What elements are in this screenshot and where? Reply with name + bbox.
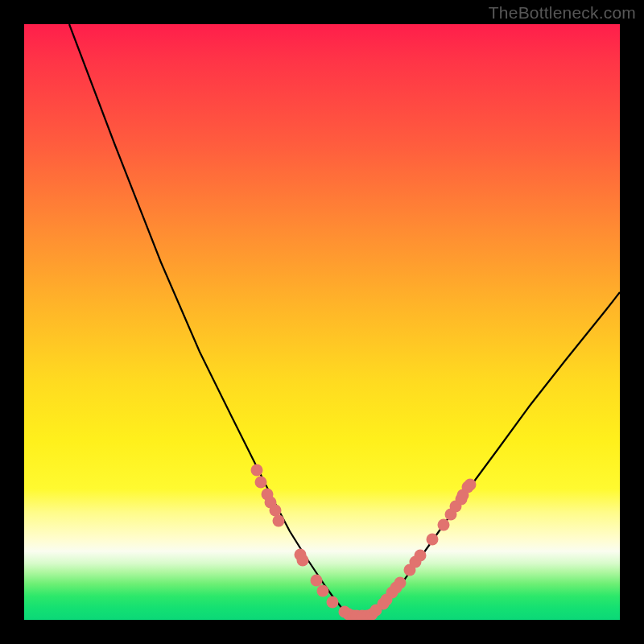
curve-markers — [251, 464, 477, 621]
curve-marker — [311, 575, 323, 587]
curve-marker — [394, 577, 407, 589]
curve-marker — [255, 477, 267, 489]
curve-marker — [251, 464, 263, 477]
plot-area — [24, 24, 620, 620]
curve-marker — [270, 505, 282, 517]
curve-marker — [297, 555, 309, 567]
watermark-text: TheBottleneck.com — [489, 3, 636, 23]
curve-marker — [415, 550, 427, 562]
chart-svg — [24, 24, 620, 620]
curve-marker — [427, 534, 439, 546]
curve-marker — [273, 515, 285, 527]
curve-marker — [317, 585, 329, 597]
curve-marker — [438, 519, 450, 531]
curve-marker — [464, 479, 477, 491]
outer-frame: TheBottleneck.com — [0, 0, 644, 644]
bottleneck-curve — [69, 24, 620, 617]
curve-marker — [327, 597, 339, 609]
